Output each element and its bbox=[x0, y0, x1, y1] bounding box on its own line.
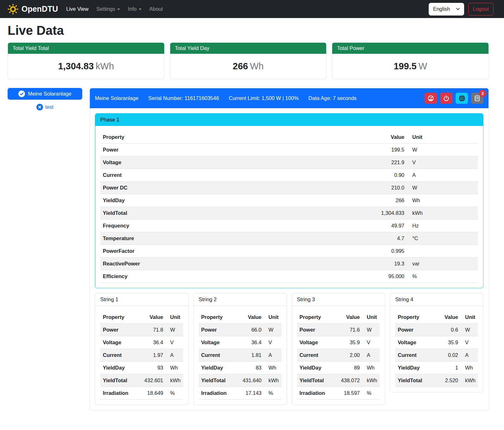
value-cell: 2.520 bbox=[438, 374, 461, 387]
inverter-name: Meine Solaranlage bbox=[95, 95, 139, 101]
strings-row: String 1 Property Value Unit bbox=[95, 293, 483, 405]
property-cell: Power bbox=[395, 324, 438, 336]
logout-button[interactable]: Logout bbox=[468, 3, 494, 16]
unit-cell: W bbox=[407, 144, 478, 156]
nav-live-view[interactable]: Live View bbox=[66, 3, 88, 15]
value-cell: 199.5 bbox=[366, 144, 407, 156]
string-table: Property Value Unit bbox=[199, 311, 282, 400]
summary-card-total-yield-total: Total Yield Total 1,304.83kWh bbox=[8, 42, 165, 79]
event-log-button[interactable]: 2 bbox=[471, 93, 483, 104]
phase-card: Phase 1 Property Value Unit bbox=[95, 113, 483, 288]
inverter-data-age: Data Age: 7 seconds bbox=[308, 95, 357, 101]
value-cell: 0.6 bbox=[438, 324, 461, 336]
table-row: PowerFactor 0.995 bbox=[100, 245, 478, 258]
value-cell: 432.601 bbox=[142, 374, 166, 387]
property-cell: Current bbox=[100, 169, 366, 182]
summary-card-title: Total Yield Day bbox=[170, 43, 327, 54]
table-row: Voltage 221.9 V bbox=[100, 156, 478, 169]
unit-cell: A bbox=[362, 349, 380, 362]
string-table-body: Power 71.8 W Voltage 36.4 bbox=[100, 324, 183, 400]
value-cell: 71.6 bbox=[339, 324, 363, 336]
table-row: Power 199.5 W bbox=[100, 144, 478, 156]
unit-cell: Hz bbox=[407, 220, 478, 232]
table-header-row: Property Value Unit bbox=[395, 311, 478, 324]
value-cell: 1 bbox=[438, 362, 461, 374]
property-cell: Current bbox=[100, 349, 142, 362]
chevron-down-icon bbox=[456, 7, 460, 11]
limit-settings-button[interactable] bbox=[425, 93, 437, 104]
sidebar-item-meine-solaranlage[interactable]: Meine Solaranlage bbox=[8, 88, 82, 100]
sidebar-item-test[interactable]: test bbox=[8, 104, 82, 110]
unit-cell: V bbox=[461, 336, 478, 349]
unit-cell: kWh bbox=[362, 374, 380, 387]
unit-cell: var bbox=[407, 258, 478, 270]
brand-link[interactable]: OpenDTU bbox=[8, 4, 58, 15]
caret-down-icon bbox=[117, 9, 120, 10]
phase-table: Property Value Unit Power bbox=[100, 131, 478, 283]
value-cell: 4.7 bbox=[366, 232, 407, 245]
property-cell: YieldDay bbox=[297, 362, 339, 374]
unit-cell: % bbox=[407, 270, 478, 283]
power-button[interactable] bbox=[440, 93, 452, 104]
property-cell: Current bbox=[199, 349, 240, 362]
property-cell: Voltage bbox=[100, 156, 366, 169]
summary-card-total-power: Total Power 199.5W bbox=[332, 42, 489, 79]
unit-cell: V bbox=[362, 336, 380, 349]
property-cell: YieldDay bbox=[199, 362, 240, 374]
inverter-card: Meine Solaranlage Serial Number: 1161716… bbox=[90, 88, 489, 410]
sidebar-item-label: test bbox=[45, 104, 53, 110]
property-cell: Frequency bbox=[100, 220, 366, 232]
property-cell: Irradiation bbox=[199, 387, 240, 400]
power-icon bbox=[443, 95, 450, 102]
summary-card-value: 266 bbox=[233, 61, 248, 71]
property-cell: YieldDay bbox=[100, 194, 366, 207]
unit-cell: kWh bbox=[461, 374, 478, 387]
table-header-row: Property Value Unit bbox=[100, 311, 183, 324]
property-cell: YieldDay bbox=[100, 362, 142, 374]
table-row: Voltage 36.4 V bbox=[100, 336, 183, 349]
value-cell: 438.072 bbox=[339, 374, 363, 387]
unit-cell: Wh bbox=[166, 362, 183, 374]
table-row: Irradiation 17.143 % bbox=[199, 387, 282, 400]
summary-card-title: Total Yield Total bbox=[8, 43, 164, 54]
unit-cell: V bbox=[407, 156, 478, 169]
inverter-serial: Serial Number: 116171603546 bbox=[148, 95, 219, 101]
unit-cell: % bbox=[166, 387, 183, 400]
unit-cell: Wh bbox=[362, 362, 380, 374]
event-count-badge: 2 bbox=[479, 90, 486, 97]
unit-cell: W bbox=[264, 324, 282, 336]
nav-settings[interactable]: Settings bbox=[96, 3, 120, 15]
column-unit: Unit bbox=[362, 311, 380, 324]
property-cell: Current bbox=[297, 349, 339, 362]
column-unit: Unit bbox=[166, 311, 183, 324]
value-cell: 71.8 bbox=[142, 324, 166, 336]
property-cell: Efficiency bbox=[100, 270, 366, 283]
string-title: String 4 bbox=[390, 293, 483, 306]
value-cell: 19.3 bbox=[366, 258, 407, 270]
property-cell: YieldTotal bbox=[199, 374, 240, 387]
property-cell: YieldTotal bbox=[297, 374, 339, 387]
nav-about[interactable]: About bbox=[149, 3, 163, 15]
table-row: YieldTotal 431.640 kWh bbox=[199, 374, 282, 387]
value-cell: 17.143 bbox=[240, 387, 264, 400]
nav-info[interactable]: Info bbox=[128, 3, 141, 15]
device-info-button[interactable] bbox=[456, 93, 468, 104]
value-cell: 49.97 bbox=[366, 220, 407, 232]
unit-cell: kWh bbox=[166, 374, 183, 387]
page-title: Live Data bbox=[8, 23, 489, 38]
table-row: YieldTotal 438.072 kWh bbox=[297, 374, 380, 387]
value-cell: 1.81 bbox=[240, 349, 264, 362]
table-header-row: Property Value Unit bbox=[100, 131, 478, 144]
property-cell: PowerFactor bbox=[100, 245, 366, 258]
property-cell: Power bbox=[100, 144, 366, 156]
unit-cell: Wh bbox=[407, 194, 478, 207]
property-cell: Voltage bbox=[199, 336, 240, 349]
table-row: ReactivePower 19.3 var bbox=[100, 258, 478, 270]
value-cell: 210.0 bbox=[366, 182, 407, 194]
property-cell: ReactivePower bbox=[100, 258, 366, 270]
unit-cell bbox=[407, 245, 478, 258]
value-cell: 1.97 bbox=[142, 349, 166, 362]
column-property: Property bbox=[297, 311, 339, 324]
table-row: Power 66.0 W bbox=[199, 324, 282, 336]
language-select[interactable]: English bbox=[429, 3, 464, 16]
